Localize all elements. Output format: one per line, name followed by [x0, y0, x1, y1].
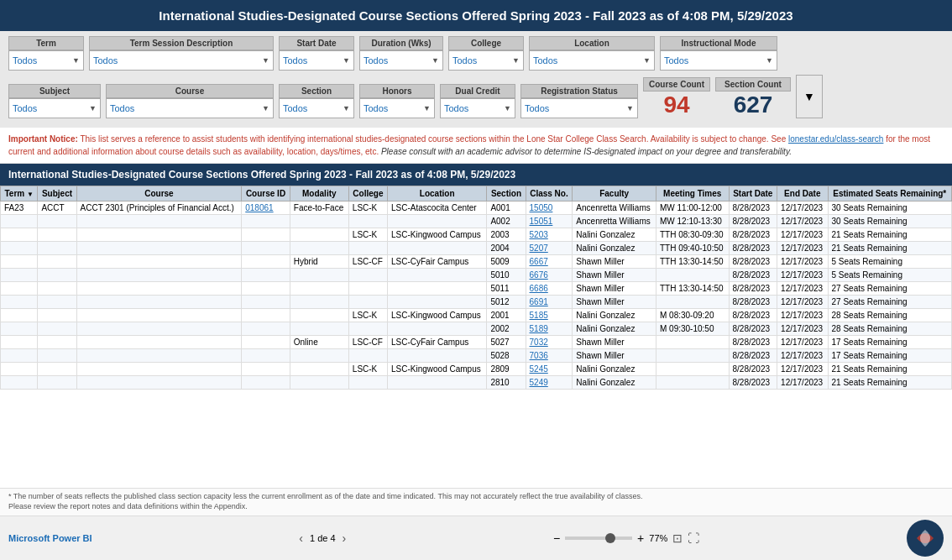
col-enddate[interactable]: End Date	[777, 186, 828, 201]
col-startdate[interactable]: Start Date	[729, 186, 777, 201]
zoom-plus-button[interactable]: +	[637, 531, 644, 545]
filter-college-label: College	[448, 36, 524, 50]
filter-subject-label: Subject	[8, 84, 101, 98]
filter-row-2: Subject Todos ▼ Course Todos ▼ Section T…	[8, 75, 944, 118]
powerbi-link[interactable]: Microsoft Power BI	[8, 533, 92, 543]
filter-tsd: Term Session Description Todos ▼	[89, 36, 274, 71]
filter-honors-select[interactable]: Todos ▼	[359, 98, 435, 118]
class-number-link[interactable]: 6691	[530, 297, 548, 306]
table-row: LSC-KLSC-Kingwood Campus28095245Nalini G…	[1, 363, 952, 376]
filter-subject: Subject Todos ▼	[8, 84, 101, 118]
filter-startdate: Start Date Todos ▼	[279, 36, 354, 71]
class-number-link[interactable]: 5245	[530, 364, 548, 374]
page-header: International Studies-Designated Course …	[0, 0, 952, 31]
footer-notes: * The number of seats reflects the publi…	[0, 488, 952, 516]
fit-page-button[interactable]: ⊡	[672, 531, 683, 545]
filter-funnel-icon: ▼	[803, 90, 815, 103]
filter-startdate-select[interactable]: Todos ▼	[279, 50, 354, 71]
notice-italic: Please consult with an academic advisor …	[381, 147, 792, 156]
coursecount-value: 94	[663, 92, 689, 118]
table-row: LSC-KLSC-Kingwood Campus20015185Nalini G…	[1, 309, 952, 322]
filter-section: Section Todos ▼	[279, 84, 354, 118]
filter-dualcredit: Dual Credit Todos ▼	[440, 84, 515, 118]
next-page-button[interactable]: ›	[343, 531, 347, 545]
col-meeting[interactable]: Meeting Times	[656, 186, 729, 201]
course-id-link[interactable]: 018061	[245, 203, 273, 212]
class-number-link[interactable]: 5249	[530, 378, 548, 387]
pagination: ‹ 1 de 4 ›	[299, 531, 346, 545]
table-row: 20045207Nalini GonzalezTTH 09:40-10:508/…	[1, 242, 952, 255]
filter-honors: Honors Todos ▼	[359, 84, 435, 118]
notice-link[interactable]: lonestar.edu/class-search	[788, 134, 883, 144]
class-number-link[interactable]: 15051	[530, 217, 553, 226]
zoom-controls: − + 77% ⊡ ⛶	[553, 531, 699, 545]
col-classno[interactable]: Class No.	[526, 186, 573, 201]
filter-tsd-select[interactable]: Todos ▼	[89, 50, 274, 71]
class-number-link[interactable]: 7032	[530, 338, 548, 347]
notice-text1: This list serves a reference to assist s…	[80, 134, 788, 144]
prev-page-button[interactable]: ‹	[299, 531, 303, 545]
filter-location-select[interactable]: Todos ▼	[529, 50, 655, 71]
class-number-link[interactable]: 5203	[530, 230, 548, 239]
col-location[interactable]: Location	[387, 186, 486, 201]
col-term[interactable]: Term ▼	[1, 186, 38, 201]
col-college[interactable]: College	[348, 186, 387, 201]
table-row: 50116686Shawn MillerTTH 13:30-14:508/28/…	[1, 282, 952, 296]
table-row: HybridLSC-CFLSC-CyFair Campus50096667Sha…	[1, 255, 952, 269]
filter-regstatus-select[interactable]: Todos ▼	[520, 98, 638, 118]
zoom-slider[interactable]	[565, 536, 632, 540]
col-course[interactable]: Course	[76, 186, 242, 201]
filter-startdate-label: Start Date	[279, 36, 354, 50]
table-row: 50106676Shawn Miller8/28/202312/17/20235…	[1, 269, 952, 282]
col-seats[interactable]: Estimated Seats Remaining*	[828, 186, 952, 201]
filter-section-select[interactable]: Todos ▼	[279, 98, 354, 118]
filter-row-1: Term Todos ▼ Term Session Description To…	[8, 36, 944, 71]
class-number-link[interactable]: 6667	[530, 257, 548, 266]
col-section[interactable]: Section	[487, 186, 526, 201]
filter-regstatus: Registration Status Todos ▼	[520, 84, 638, 118]
class-number-link[interactable]: 5189	[530, 324, 548, 333]
logo	[907, 520, 944, 557]
table-scroll[interactable]: Term ▼ Subject Course Course ID Modality…	[0, 186, 952, 488]
filter-location: Location Todos ▼	[529, 36, 655, 71]
table-row: A00215051Ancenretta WilliamsMW 12:10-13:…	[1, 215, 952, 228]
filter-instructional-label: Instructional Mode	[660, 36, 777, 50]
col-subject[interactable]: Subject	[38, 186, 76, 201]
class-number-link[interactable]: 15050	[530, 203, 553, 212]
col-courseid[interactable]: Course ID	[242, 186, 290, 201]
filter-term-select[interactable]: Todos ▼	[8, 50, 84, 71]
filter-coursecount-label: Course Count	[643, 77, 710, 92]
data-table: Term ▼ Subject Course Course ID Modality…	[0, 186, 952, 390]
filter-sectioncount-label: Section Count	[715, 77, 791, 92]
table-row: 28105249Nalini Gonzalez8/28/202312/17/20…	[1, 376, 952, 390]
filter-sectioncount: Section Count 627	[715, 77, 791, 118]
col-faculty[interactable]: Faculty	[573, 186, 656, 201]
filter-duration-label: Duration (Wks)	[359, 36, 443, 50]
filter-course: Course Todos ▼	[106, 84, 274, 118]
filter-college: College Todos ▼	[448, 36, 524, 71]
filter-duration-select[interactable]: Todos ▼	[359, 50, 443, 71]
sectioncount-box: 627	[715, 92, 791, 118]
class-number-link[interactable]: 5185	[530, 311, 548, 320]
footer-note1: * The number of seats reflects the publi…	[8, 492, 944, 500]
zoom-minus-button[interactable]: −	[553, 531, 560, 545]
table-row: OnlineLSC-CFLSC-CyFair Campus50277032Sha…	[1, 336, 952, 349]
expand-button[interactable]: ⛶	[688, 531, 699, 545]
filter-subject-select[interactable]: Todos ▼	[8, 98, 101, 118]
filter-icon-button[interactable]: ▼	[796, 75, 823, 118]
filter-dualcredit-select[interactable]: Todos ▼	[440, 98, 515, 118]
filter-term: Term Todos ▼	[8, 36, 84, 71]
class-number-link[interactable]: 5207	[530, 243, 548, 253]
filter-course-select[interactable]: Todos ▼	[106, 98, 274, 118]
filter-term-label: Term	[8, 36, 84, 50]
filter-instructional-select[interactable]: Todos ▼	[660, 50, 777, 71]
zoom-level: 77%	[649, 533, 667, 543]
zoom-slider-thumb	[605, 533, 615, 543]
col-modality[interactable]: Modality	[290, 186, 348, 201]
class-number-link[interactable]: 6676	[530, 270, 548, 280]
filter-college-select[interactable]: Todos ▼	[448, 50, 524, 71]
class-number-link[interactable]: 6686	[530, 284, 548, 293]
filter-section: Term Todos ▼ Term Session Description To…	[0, 31, 952, 128]
filter-section-label: Section	[279, 84, 354, 98]
class-number-link[interactable]: 7036	[530, 351, 548, 360]
